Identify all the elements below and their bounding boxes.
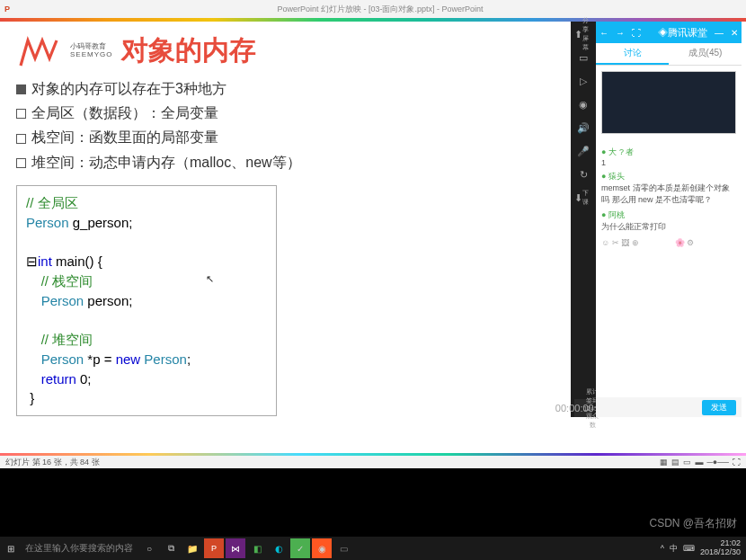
view-icon[interactable]: ▦ [660,458,668,467]
app-icon: P [4,4,10,13]
send-bar: 发送 [596,397,742,417]
window-titlebar: P PowerPoint 幻灯片放映 - [03-面向对象.pptx] - Po… [0,0,746,18]
ime-icon[interactable]: 中 [670,543,678,555]
video-icon[interactable]: ▷ [574,72,592,90]
timer-box: 00:00:00 累计签到 12450 观众数 [574,399,592,417]
minimize-icon[interactable]: — [715,28,724,38]
ppt-icon[interactable]: ▭ [574,49,592,67]
chat-toolbar: ☺ ✂ 🖼 ⊕ 🌸 ⚙ [601,238,736,247]
watermark: CSDN @吾名招财 [649,516,737,531]
status-icons: ▦ ▤ ▭ ▬ ─●── ⛶ [660,458,741,467]
app-icon[interactable]: ◐ [269,538,289,558]
mic-icon[interactable]: 🎤 [574,142,592,160]
start-icon[interactable]: ⊞ [1,538,21,558]
chat-panel: ⬆分享屏幕 ▭ ▷ ◉ 🔊 🎤 ↻ ⬇下课 00:00:00 累计签到 1245… [571,22,742,417]
explorer-icon[interactable]: 📁 [182,538,202,558]
logo-text: 小码哥教育 SEEMYGO [70,43,112,59]
refresh-icon[interactable]: ↻ [574,165,592,183]
zoom-slider[interactable]: ─●── [706,458,729,467]
tab-members[interactable]: 成员(45) [669,43,742,65]
chat-msg: 1 [601,158,736,167]
panel-header: ← → ⛶ ◈腾讯课堂 — ✕ [596,22,742,43]
cortana-icon[interactable]: ○ [139,538,159,558]
view-icon[interactable]: ▭ [683,458,691,467]
close-icon[interactable]: ✕ [731,28,738,38]
chat-messages: 大 ? 者 1 猿头 memset 清零的本质是新创建个对象吗 那么用 new … [596,139,742,397]
view-icon[interactable]: ▤ [671,458,679,467]
screen-thumbnail[interactable] [601,71,736,134]
vs-icon[interactable]: ⋈ [226,538,245,558]
cursor-icon: ↖ [206,272,214,287]
clock[interactable]: 21:022018/12/30 [700,539,741,557]
panel-sidebar: ⬆分享屏幕 ▭ ▷ ◉ 🔊 🎤 ↻ ⬇下课 00:00:00 累计签到 1245… [571,22,596,417]
slide-title: 对象的内存 [121,32,256,69]
download-icon[interactable]: ⬇下课 [574,189,592,207]
camera-icon[interactable]: ◉ [574,95,592,113]
forward-icon[interactable]: → [616,28,625,38]
back-icon[interactable]: ← [599,28,608,38]
logo-icon [16,33,61,69]
app-icon[interactable]: ▭ [333,538,353,558]
view-icon[interactable]: ▬ [695,458,703,467]
taskbar: ⊞ 在这里输入你要搜索的内容 ○ ⧉ 📁 P ⋈ ◧ ◐ ✓ ◉ ▭ ^ 中 ⌨… [0,537,746,560]
status-bar: 幻灯片 第 16 张，共 84 张 ▦ ▤ ▭ ▬ ─●── ⛶ [0,456,746,468]
expand-icon[interactable]: ⛶ [632,28,641,38]
sound-icon[interactable]: 🔊 [574,119,592,137]
taskview-icon[interactable]: ⧉ [161,538,181,558]
chat-user: 阿桃 [601,209,736,221]
panel-tabs: 讨论 成员(45) [596,43,742,66]
brand-label: ◈腾讯课堂 [658,26,707,40]
share-icon[interactable]: ⬆分享屏幕 [574,25,592,43]
app-icon[interactable]: ◧ [247,538,267,558]
chat-msg: 为什么能正常打印 [601,221,736,233]
tray-up-icon[interactable]: ^ [661,544,664,553]
app-icon[interactable]: ◉ [312,538,332,558]
code-block: // 全局区 Person g_person; ⊟int main() { //… [16,185,277,416]
search-input[interactable]: 在这里输入你要搜索的内容 [22,542,138,555]
system-tray: ^ 中 ⌨ 21:022018/12/30 [661,539,746,557]
chat-msg: memset 清零的本质是新创建个对象吗 那么用 new 是不也清零呢？ [601,182,736,206]
powerpoint-icon[interactable]: P [204,538,224,558]
send-button[interactable]: 发送 [702,400,736,415]
chat-user: 大 ? 者 [601,147,736,158]
chat-user: 猿头 [601,171,736,182]
fit-icon[interactable]: ⛶ [733,458,741,467]
tab-discuss[interactable]: 讨论 [596,43,669,65]
app-icon[interactable]: ✓ [290,538,310,558]
window-title: PowerPoint 幻灯片放映 - [03-面向对象.pptx] - Powe… [14,4,746,15]
slide-counter: 幻灯片 第 16 张，共 84 张 [5,457,100,468]
input-icon[interactable]: ⌨ [683,544,695,553]
